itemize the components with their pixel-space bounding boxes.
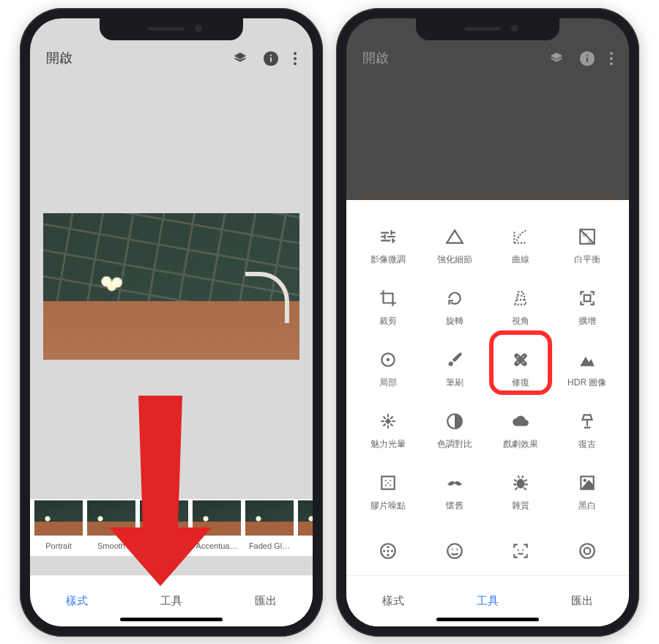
filter-thumb [34,500,83,536]
tools-sheet: 影像微調 強化細節 曲線 WB 白平衡 裁剪 [346,200,629,626]
tool-tune[interactable]: 影像微調 [355,216,422,278]
svg-rect-1 [270,57,272,62]
target-icon [379,350,398,369]
svg-point-21 [385,480,387,481]
tool-drama[interactable]: 戲劇效果 [488,401,554,462]
tool-hdr[interactable]: HDR 圖像 [554,339,621,401]
mountain-icon [578,350,597,369]
reel-icon [379,541,398,560]
svg-point-34 [387,549,390,552]
tool-whitebalance[interactable]: WB 白平衡 [554,216,621,278]
tab-export[interactable]: 匯出 [535,576,629,626]
tool-grunge[interactable]: 雜質 [488,462,554,524]
tool-label: 魅力光暈 [371,438,406,451]
info-icon[interactable] [263,51,279,67]
layers-icon[interactable] [548,51,565,67]
tools-grid: 影像微調 強化細節 曲線 WB 白平衡 裁剪 [355,216,620,562]
tool-label: 強化細節 [437,253,472,266]
filter-strip[interactable]: Portrait Smooth op Accentua… Faded Gl… M… [30,499,313,556]
tool-bw[interactable]: 黑白 [554,462,621,524]
tool-label: 黑白 [578,500,596,512]
tool-label: 膠片噪點 [371,500,406,512]
tool-perspective[interactable]: 視角 [488,278,554,339]
svg-point-40 [580,544,595,558]
svg-rect-10 [584,295,590,302]
screen-right: 開啟 影像微調 強化細節 [346,18,629,626]
svg-point-36 [451,548,453,549]
tool-tonal[interactable]: 色調對比 [422,401,488,462]
tool-label: 曲線 [512,253,529,266]
filter-thumb [87,500,135,536]
topbar-actions [232,51,297,67]
more-menu-icon[interactable] [610,52,613,65]
layers-icon[interactable] [232,51,248,67]
filter-item[interactable]: Portrait [34,500,83,556]
contrast-icon [445,412,464,431]
tool-selective[interactable]: 局部 [355,339,422,401]
filter-item[interactable]: Smooth [87,500,135,556]
svg-point-33 [391,549,393,552]
tab-export[interactable]: 匯出 [218,576,313,626]
brush-icon [445,350,464,369]
svg-rect-5 [587,57,588,62]
tool-vintage[interactable]: 復古 [554,401,621,462]
svg-point-22 [390,480,391,481]
tool-crop[interactable]: 裁剪 [355,278,422,339]
tool-curves[interactable]: 曲線 [488,216,554,278]
tool-label: 擴增 [578,315,596,327]
home-indicator [436,618,539,621]
tool-label: 白平衡 [574,253,600,266]
phone-right: 開啟 影像微調 強化細節 [336,8,639,637]
filter-label: Portrait [45,541,71,550]
double-circle-icon [578,541,597,560]
filter-thumb [298,500,313,536]
open-button[interactable]: 開啟 [46,49,72,67]
home-indicator [120,618,223,621]
tool-label: HDR 圖像 [567,377,606,389]
expand-icon [578,289,597,308]
svg-point-37 [456,548,458,549]
filter-item[interactable]: Faded Gl… [245,500,294,556]
tool-label: 色調對比 [437,438,472,451]
svg-text:W: W [582,232,588,238]
edited-photo [43,213,299,360]
face-focus-icon [511,541,530,560]
tool-rotate[interactable]: 旋轉 [422,278,488,339]
grain-icon [379,473,398,492]
phone-left: 開啟 [20,8,323,637]
filter-label: Smooth [97,541,125,550]
notch [100,18,243,40]
more-menu-icon[interactable] [294,52,297,65]
svg-point-30 [387,545,390,547]
perspective-icon [511,289,530,308]
tool-expand[interactable]: 擴增 [554,278,621,339]
tool-details[interactable]: 強化細節 [422,216,488,278]
tool-label: 懷舊 [446,500,463,512]
tool-brush[interactable]: 筆刷 [422,339,488,401]
tool-retrolux[interactable]: 懷舊 [422,462,488,524]
filter-thumb [193,500,241,536]
tool-grainy[interactable]: 膠片噪點 [355,462,422,524]
filter-item[interactable]: Mor [298,500,313,556]
triangle-icon [445,227,464,246]
bug-icon [511,473,530,492]
annotation-highlight [489,330,552,395]
crop-icon [379,289,398,308]
mustache-icon [445,473,464,492]
filter-label: Faded Gl… [249,541,290,550]
info-icon[interactable] [579,51,595,67]
open-button[interactable]: 開啟 [362,49,389,67]
tool-glamour[interactable]: 魅力光暈 [355,401,422,462]
filter-label: op [160,541,168,550]
tab-styles[interactable]: 樣式 [346,576,441,626]
tool-label: 影像微調 [371,253,406,266]
filter-item[interactable]: op [140,500,188,556]
rotate-icon [445,289,464,308]
tab-styles[interactable]: 樣式 [30,576,124,626]
tool-label: 戲劇效果 [503,438,538,451]
svg-point-28 [583,479,586,482]
filter-item[interactable]: Accentua… [193,500,241,556]
tool-label: 視角 [512,315,529,327]
curves-icon [511,227,530,246]
photo-canvas[interactable] [30,75,313,498]
